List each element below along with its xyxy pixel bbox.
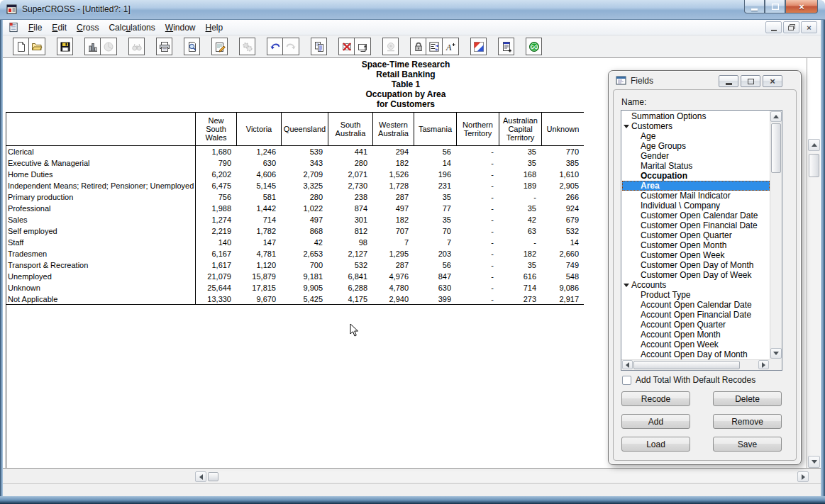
table-cell[interactable]: 812 — [328, 225, 372, 237]
table-cell[interactable]: 1,728 — [372, 180, 414, 191]
child-close-button[interactable]: × — [801, 21, 817, 33]
add-button[interactable]: Add — [621, 414, 690, 429]
fields-list-hscrollbar[interactable] — [621, 359, 770, 370]
table-cell[interactable]: 70 — [414, 225, 456, 237]
table-cell[interactable]: 35 — [499, 146, 541, 157]
fields-vscroll-thumb[interactable] — [771, 123, 781, 173]
table-cell[interactable]: 497 — [372, 203, 414, 214]
table-cell[interactable]: 21,079 — [195, 271, 236, 282]
table-cell[interactable]: 189 — [499, 180, 541, 191]
table-cell[interactable]: 1,295 — [372, 248, 414, 259]
table-cell[interactable]: 2,905 — [541, 180, 584, 191]
table-cell[interactable]: 98 — [328, 237, 372, 248]
table-cell[interactable]: 1,246 — [236, 146, 281, 157]
table-cell[interactable]: 6,202 — [195, 169, 236, 180]
table-cell[interactable]: 203 — [414, 248, 456, 259]
table-cell[interactable]: 9,905 — [281, 282, 328, 293]
table-cell[interactable]: 497 — [281, 214, 328, 225]
table-cell[interactable]: - — [456, 203, 499, 214]
row-label[interactable]: Unemployed — [6, 271, 195, 282]
table-cell[interactable]: - — [456, 259, 499, 271]
table-cell[interactable]: 1,610 — [541, 169, 584, 180]
menu-file[interactable]: File — [23, 20, 47, 35]
table-cell[interactable]: 630 — [236, 157, 281, 169]
table-cell[interactable]: 7 — [372, 237, 414, 248]
field-item-age[interactable]: Age — [622, 131, 770, 141]
table-cell[interactable]: 7 — [414, 237, 456, 248]
vertical-scrollbar[interactable] — [808, 139, 820, 468]
table-cell[interactable]: 182 — [499, 248, 541, 259]
toolbar-open-file-button[interactable] — [29, 38, 45, 55]
field-item-product-type[interactable]: Product Type — [622, 290, 770, 300]
table-cell[interactable]: - — [456, 169, 499, 180]
table-cell[interactable]: 532 — [328, 259, 372, 271]
expand-arrow-icon[interactable] — [624, 125, 629, 128]
table-cell[interactable]: 56 — [414, 146, 456, 157]
table-cell[interactable]: 42 — [499, 214, 541, 225]
toolbar-recode-button[interactable] — [426, 38, 443, 55]
table-cell[interactable]: 14 — [541, 237, 584, 248]
field-item-age-groups[interactable]: Age Groups — [622, 141, 770, 151]
table-cell[interactable]: 2,660 — [541, 248, 584, 259]
table-cell[interactable]: 385 — [541, 157, 584, 169]
toolbar-colors-button[interactable] — [470, 38, 487, 55]
table-cell[interactable]: 548 — [541, 271, 584, 282]
table-cell[interactable]: - — [456, 282, 499, 293]
table-cell[interactable]: 1,680 — [195, 146, 236, 157]
table-cell[interactable]: 9,181 — [281, 271, 328, 282]
table-cell[interactable]: 749 — [541, 259, 584, 271]
fields-list-vscrollbar[interactable] — [770, 111, 782, 359]
column-header[interactable]: South Australia — [328, 113, 372, 146]
scroll-up-button[interactable] — [808, 139, 820, 151]
toolbar-print-button[interactable] — [156, 38, 172, 55]
row-label[interactable]: Not Applicable — [6, 293, 195, 305]
field-item-account-open-month[interactable]: Account Open Month — [622, 330, 770, 340]
row-label[interactable]: Primary production — [6, 191, 195, 203]
table-cell[interactable]: 238 — [328, 191, 372, 203]
table-cell[interactable]: 147 — [236, 237, 281, 248]
row-label[interactable]: Tradesmen — [6, 248, 195, 259]
field-item-account-open-financial-date[interactable]: Account Open Financial Date — [622, 310, 770, 320]
toolbar-find-button[interactable] — [128, 38, 145, 55]
fields-scroll-up-button[interactable] — [770, 111, 782, 122]
menu-help[interactable]: Help — [200, 20, 228, 35]
fields-hscroll-thumb[interactable] — [633, 361, 740, 369]
table-cell[interactable]: 6,475 — [195, 180, 236, 191]
table-cell[interactable]: 56 — [414, 259, 456, 271]
column-header[interactable]: New South Wales — [195, 113, 236, 146]
toolbar-go-button[interactable]: GO — [526, 38, 542, 55]
table-cell[interactable]: 6,288 — [328, 282, 372, 293]
column-header[interactable]: Queensland — [281, 113, 328, 146]
table-cell[interactable]: 6,167 — [195, 248, 236, 259]
field-item-account-open-quarter[interactable]: Account Open Quarter — [622, 320, 770, 330]
remove-button[interactable]: Remove — [713, 414, 782, 429]
scroll-right-button[interactable] — [797, 471, 809, 482]
table-cell[interactable]: 2,709 — [281, 169, 328, 180]
table-cell[interactable]: 679 — [541, 214, 584, 225]
toolbar-new-table-button[interactable] — [498, 38, 514, 55]
table-cell[interactable]: 301 — [328, 214, 372, 225]
fields-scroll-left-button[interactable] — [622, 360, 633, 369]
column-header[interactable]: Victoria — [236, 113, 281, 146]
menu-edit[interactable]: Edit — [47, 20, 72, 35]
field-item-individual-company[interactable]: Individual \ Company — [622, 201, 770, 211]
table-cell[interactable]: 1,988 — [195, 203, 236, 214]
menu-calculations[interactable]: Calculations — [104, 20, 160, 35]
table-cell[interactable]: 770 — [541, 146, 584, 157]
table-cell[interactable]: - — [456, 271, 499, 282]
toolbar-copy-button[interactable] — [311, 38, 327, 55]
column-header[interactable]: Western Australia — [372, 113, 414, 146]
table-cell[interactable]: 2,940 — [372, 293, 414, 305]
table-cell[interactable]: 280 — [281, 191, 328, 203]
field-item-occupation[interactable]: Occupation — [622, 171, 770, 181]
table-cell[interactable]: 630 — [414, 282, 456, 293]
table-cell[interactable]: 1,442 — [236, 203, 281, 214]
table-cell[interactable]: 4,780 — [372, 282, 414, 293]
table-cell[interactable]: 532 — [541, 225, 584, 237]
table-cell[interactable]: 35 — [499, 259, 541, 271]
table-cell[interactable]: 15,879 — [236, 271, 281, 282]
table-cell[interactable]: 343 — [281, 157, 328, 169]
table-cell[interactable]: 13,330 — [195, 293, 236, 305]
table-cell[interactable]: 196 — [414, 169, 456, 180]
table-cell[interactable]: 273 — [499, 293, 541, 305]
